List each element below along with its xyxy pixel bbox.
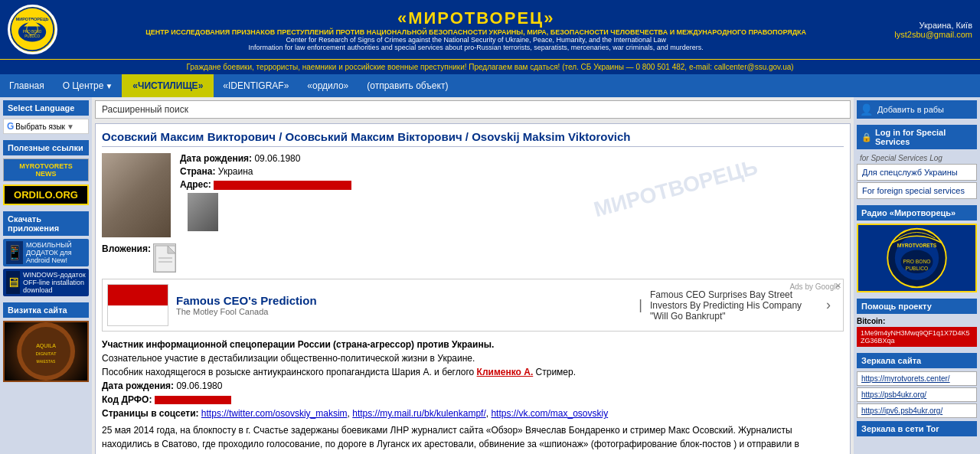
desc-line3: Пособник находящегося в розыске антиукра… <box>102 365 844 379</box>
svg-text:MYROTVORETS: MYROTVORETS <box>897 243 937 248</box>
search-bar: Расширенный поиск <box>95 100 851 119</box>
ad-text-area: Famous CEO Surprises Bay Street Investor… <box>650 289 818 322</box>
address-redacted <box>214 181 351 190</box>
vizitka-image[interactable]: AQUILA DIGNITAT MAIESTAS <box>3 321 89 382</box>
extra-photos-row <box>180 193 512 231</box>
svg-rect-13 <box>155 246 175 272</box>
desc-social: Страницы в соцсети: https://twitter.com/… <box>102 407 844 420</box>
windows-label: WINDOWS-додаток OFF-line installation do… <box>23 271 86 294</box>
svg-text:МИРОТВОРЕЦЬ: МИРОТВОРЕЦЬ <box>592 155 760 221</box>
desc-line1: Участник информационной спецоперации Рос… <box>102 338 844 351</box>
address-row: Адрес: <box>180 179 512 190</box>
ukraine-services-link[interactable]: Для спецслужб Украины <box>857 164 977 181</box>
ad-content: Famous CEO's Prediction The Motley Fool … <box>176 294 631 316</box>
useful-links-section: Полезные ссылки MYROTVORETSNEWS ORDILO.O… <box>3 140 89 205</box>
ordilo-link[interactable]: ORDILO.ORG <box>3 185 89 205</box>
nav-chistilische[interactable]: «ЧИСТИЛИЩЕ» <box>122 74 214 97</box>
header: МИРОТВОРЕЦЬ PRO BONO PUBLICO «МИРОТВОРЕЦ… <box>0 0 980 59</box>
country-label: Страна: <box>180 166 215 177</box>
country-row: Страна: Украина <box>180 166 512 177</box>
nav-home[interactable]: Главная <box>0 74 54 97</box>
ad-banner: Famous CEO's Prediction The Motley Fool … <box>102 279 844 332</box>
nav-identigraf[interactable]: «IDENTIGRAF» <box>214 74 298 97</box>
right-sidebar: 👤 Добавить в рабы 🔒 Log in for Special S… <box>854 97 980 454</box>
android-download-btn[interactable]: 📱 МОБИЛЬНЫЙ ДОДАТОК для Android New! <box>3 239 89 266</box>
mirrors-title: Зеркала сайта <box>857 353 977 368</box>
add-button-label: Добавить в рабы <box>877 105 944 114</box>
add-icon: 👤 <box>860 103 873 116</box>
attachments-section: Вложения: <box>102 243 844 273</box>
foreign-services-link[interactable]: For foreign special services <box>857 182 977 199</box>
useful-links-title: Полезные ссылки <box>3 140 89 155</box>
bitcoin-address[interactable]: 1Me9m4yNH3Mwq9QF1q1X7D4K5ZG36BXqa <box>857 327 977 347</box>
person-photo-gradient <box>102 153 171 237</box>
svg-text:PRO BONO: PRO BONO <box>903 259 930 264</box>
log-subtitle: for Special Services Log <box>857 152 977 164</box>
header-sub1: ЦЕНТР ИССЛЕДОВАНИЯ ПРИЗНАКОВ ПРЕСТУПЛЕНИ… <box>57 28 894 36</box>
klymenko-link[interactable]: Клименко А. <box>477 367 534 377</box>
myrotvorets-news-link[interactable]: MYROTVORETSNEWS <box>3 158 89 181</box>
ad-source: The Motley Fool Canada <box>176 307 631 316</box>
navigation: Главная О Центре ▼ «ЧИСТИЛИЩЕ» «IDENTIGR… <box>0 74 980 97</box>
header-email[interactable]: lyst2sbu@gmail.com <box>894 30 972 39</box>
left-sidebar: Select Language G Выбрать язык ▼ Полезны… <box>0 97 92 454</box>
attachment-file[interactable] <box>153 243 176 273</box>
tor-section: Зеркала в сети Tor <box>857 421 977 436</box>
ad-flag <box>107 284 168 326</box>
svg-text:MAIESTAS: MAIESTAS <box>37 359 57 364</box>
svg-text:PUBLICO: PUBLICO <box>906 266 928 271</box>
android-icon: 📱 <box>6 241 23 264</box>
header-location: Украина, Київ <box>894 21 972 30</box>
tor-title: Зеркала в сети Tor <box>857 421 977 436</box>
download-title: Скачать приложения <box>3 211 89 236</box>
mirror2-link[interactable]: https://psb4ukr.org/ <box>857 387 977 402</box>
windows-icon: 🖥 <box>6 271 20 294</box>
ad-close-button[interactable]: ✕ <box>835 281 841 291</box>
vizitka-section: Визитка сайта AQUILA DIGNITAT MAIESTAS <box>3 302 89 382</box>
nav-send-object[interactable]: (отправить объект) <box>358 74 457 97</box>
small-photo-inner <box>188 193 218 231</box>
ad-separator: | <box>639 297 642 313</box>
language-title: Select Language <box>3 100 89 116</box>
mirror1-link[interactable]: https://myrotvorets.center/ <box>857 371 977 386</box>
person-name: Осовский Максим Викторович / Осовський М… <box>102 130 844 147</box>
add-to-list-section: 👤 Добавить в рабы <box>857 100 977 119</box>
ad-text: Famous CEO Surprises Bay Street Investor… <box>650 289 818 322</box>
social-link-twitter[interactable]: https://twitter.com/osovskiy_maksim <box>201 408 348 419</box>
person-photo <box>102 153 171 237</box>
site-logo[interactable]: МИРОТВОРЕЦЬ PRO BONO PUBLICO <box>8 5 57 54</box>
language-section: Select Language G Выбрать язык ▼ <box>3 100 89 134</box>
country-value: Украина <box>218 166 253 177</box>
main-layout: Select Language G Выбрать язык ▼ Полезны… <box>0 97 980 454</box>
radio-title: Радио «Миротворець» <box>857 205 977 220</box>
ad-arrow-icon[interactable]: › <box>826 297 831 313</box>
alert-bar: Граждане боевики, террористы, наемники и… <box>0 59 980 74</box>
attachments-label: Вложения: <box>102 243 151 254</box>
nav-ordilo[interactable]: «ордило» <box>298 74 358 97</box>
social-link-mail[interactable]: https://my.mail.ru/bk/kulenkampf/ <box>352 408 486 419</box>
windows-download-btn[interactable]: 🖥 WINDOWS-додаток OFF-line installation … <box>3 269 89 296</box>
lock-icon: 🔒 <box>861 132 872 142</box>
vizitka-title: Визитка сайта <box>3 302 89 318</box>
watermark: МИРОТВОРЕЦЬ <box>512 153 844 237</box>
birth-date-row: Дата рождения: 09.06.1980 <box>180 153 512 164</box>
mirror3-link[interactable]: https://ipv6.psb4ukr.org/ <box>857 403 977 418</box>
drfo-redacted <box>155 396 231 404</box>
social-link-vk[interactable]: https://vk.com/max_osovskiy <box>491 408 608 419</box>
ad-label: Ads by Google <box>789 283 840 291</box>
add-to-list-button[interactable]: 👤 Добавить в рабы <box>857 100 977 119</box>
person-details: Дата рождения: 09.06.1980 Страна: Украин… <box>102 153 844 237</box>
google-translate-label: Выбрать язык <box>15 122 65 131</box>
radio-logo[interactable]: MYROTVORETS PRO BONO PUBLICO <box>857 224 977 292</box>
birth-date-label: Дата рождения: <box>180 153 252 164</box>
small-photo <box>188 193 218 231</box>
google-g-icon: G <box>7 121 14 132</box>
mirrors-section: Зеркала сайта https://myrotvorets.center… <box>857 353 977 436</box>
help-title: Помощь проекту <box>857 299 977 314</box>
google-translate[interactable]: G Выбрать язык ▼ <box>3 119 89 134</box>
header-title: «МИРОТВОРЕЦ» <box>57 8 894 28</box>
bitcoin-label: Bitcoin: <box>857 317 977 325</box>
person-info: Дата рождения: 09.06.1980 Страна: Украин… <box>180 153 512 237</box>
ad-title[interactable]: Famous CEO's Prediction <box>176 294 631 307</box>
nav-about[interactable]: О Центре ▼ <box>54 74 122 97</box>
